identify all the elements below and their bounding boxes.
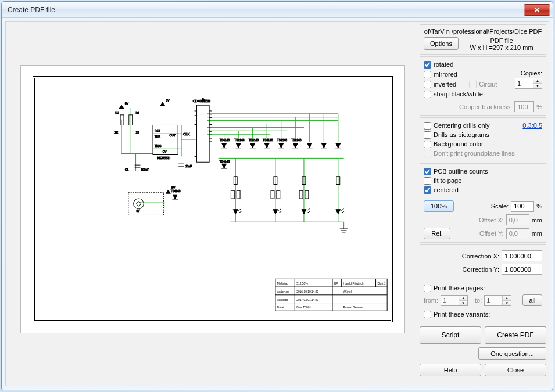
svg-text:TS4148: TS4148 [220,139,230,142]
offset-x-input [506,214,529,225]
action-buttons: Script Create PDF One question... Help C… [420,324,546,376]
file-type: PDF file [461,37,542,44]
print-options-group: rotated mirrored inverted Circiut sharp … [420,56,546,116]
svg-text:C1: C1 [125,168,129,171]
svg-text:Blatt 1: Blatt 1 [377,282,385,285]
svg-rect-28 [231,190,234,199]
svg-rect-31 [271,190,274,199]
svg-point-38 [134,199,144,209]
inverted-checkbox[interactable]: inverted [424,80,456,89]
svg-text:1K: 1K [136,131,140,134]
svg-text:9V: 9V [137,210,141,213]
svg-rect-32 [277,190,280,199]
svg-text:Dice.T3001: Dice.T3001 [296,306,311,309]
preview-sheet: CD4017BM CLK NE555D RST THR [20,65,405,333]
svg-text:TRIG: TRIG [155,145,162,148]
rotated-checkbox[interactable]: rotated [424,60,497,69]
svg-rect-10 [129,115,133,125]
file-path: of\TarV n \professional\Projects\Dice.PD… [424,28,542,35]
svg-text:TS4148: TS4148 [277,139,287,142]
svg-rect-34 [299,190,303,199]
pages-group: Print these pages: from: ▲▼ to: ▲▼ all P… [420,280,546,322]
close-button[interactable]: Close [485,364,546,376]
all-pages-button[interactable]: all [522,294,542,306]
mirrored-checkbox[interactable]: mirrored [424,70,497,79]
drill-ratio-link[interactable]: 0,3:0,5 [522,122,542,129]
svg-rect-9 [120,115,124,125]
svg-text:Datei:: Datei: [277,306,285,309]
svg-rect-29 [237,190,240,199]
svg-text:100nF: 100nF [141,168,149,171]
svg-text:1K: 1K [114,131,119,134]
sharp-checkbox[interactable]: sharp black/white [424,89,497,99]
fit-to-page-checkbox[interactable]: fit to page [424,176,542,185]
correction-group: Correction X: Correction Y: [420,244,546,278]
copies-label: Copies: [515,70,542,77]
correction-x-input[interactable] [502,250,542,261]
svg-text:Projekt Seminar: Projekt Seminar [343,306,364,309]
svg-text:Änderung: Änderung [277,290,289,293]
title-block: Maßstab 512,50% BF Harald Friedrich Blat… [275,279,387,311]
side-panel: of\TarV n \professional\Projects\Dice.PD… [420,24,546,383]
svg-text:10nF: 10nF [185,165,192,168]
print-variants-checkbox[interactable]: Print these variants: [424,310,542,319]
one-question-button[interactable]: One question... [478,347,546,360]
svg-text:Harald Friedrich: Harald Friedrich [343,282,364,285]
rel-button[interactable]: Rel. [424,228,450,239]
scale-100-button[interactable]: 100% [424,200,454,212]
drills-group: Centering drills only 0,3:0,5 Drills as … [420,117,546,161]
svg-text:TS4148: TS4148 [234,139,244,142]
svg-text:THR: THR [155,135,161,138]
pcb-outline-checkbox[interactable]: PCB outline counts [424,167,542,176]
svg-text:5V: 5V [171,186,176,189]
create-pdf-button[interactable]: Create PDF [485,326,546,344]
svg-text:CLK: CLK [183,132,190,136]
svg-text:R2: R2 [115,112,119,114]
drills-pictograms-checkbox[interactable]: Drills as pictograms [424,130,542,139]
svg-text:TS4148: TS4148 [249,139,259,142]
svg-text:5V: 5V [125,102,129,105]
script-button[interactable]: Script [420,326,481,344]
svg-text:Würfel: Würfel [343,290,352,293]
svg-text:NE555D: NE555D [157,156,170,160]
client-area: CD4017BM CLK NE555D RST THR [5,21,549,386]
window-close-button[interactable] [524,4,550,16]
from-page-spinner: ▲▼ [441,295,468,306]
copies-spinner[interactable]: ▲▼ [515,78,542,89]
preview-pane: CD4017BM CLK NE555D RST THR [8,24,417,383]
svg-text:2016.10.10  14:20: 2016.10.10 14:20 [296,290,318,293]
file-dims: W x H =297 x 210 mm [461,44,542,51]
svg-text:R1: R1 [136,112,140,114]
circuit-checkbox: Circiut [469,80,497,89]
spin-down-icon: ▼ [533,84,542,88]
background-color-checkbox[interactable]: Background color [424,139,542,149]
to-page-spinner: ▲▼ [484,295,511,306]
svg-text:TS4148: TS4148 [291,139,301,142]
centered-checkbox[interactable]: centered [424,185,542,195]
schematic-drawing: CD4017BM CLK NE555D RST THR [35,80,391,319]
svg-text:CV: CV [163,150,167,153]
print-pages-checkbox[interactable]: Print these pages: [424,283,542,293]
svg-text:OUT: OUT [169,134,175,137]
copper-label: Copper blackness: [459,103,512,110]
svg-rect-35 [305,190,309,199]
svg-text:Maßstab: Maßstab [277,282,288,285]
scale-input[interactable] [511,201,534,212]
dialog-window: Create PDF file [1,1,553,390]
correction-y-input[interactable] [502,264,542,275]
no-groundplane-checkbox: Don't print groundplane lines [424,149,542,158]
svg-text:RST: RST [155,130,160,132]
svg-text:BF: BF [334,282,338,285]
svg-text:Ausgabe: Ausgabe [277,299,289,301]
svg-text:TS4148: TS4148 [263,139,273,142]
spin-up-icon: ▲ [533,78,542,84]
svg-text:TS4148: TS4148 [170,190,180,193]
file-group: of\TarV n \professional\Projects\Dice.PD… [420,24,546,55]
help-button[interactable]: Help [420,364,481,376]
svg-text:512,50%: 512,50% [296,282,308,285]
copper-input [514,101,534,112]
titlebar: Create PDF file [2,2,553,18]
centering-drills-checkbox[interactable]: Centering drills only [424,121,490,130]
svg-text:TS4148: TS4148 [220,160,230,163]
options-button[interactable]: Options [424,37,459,50]
